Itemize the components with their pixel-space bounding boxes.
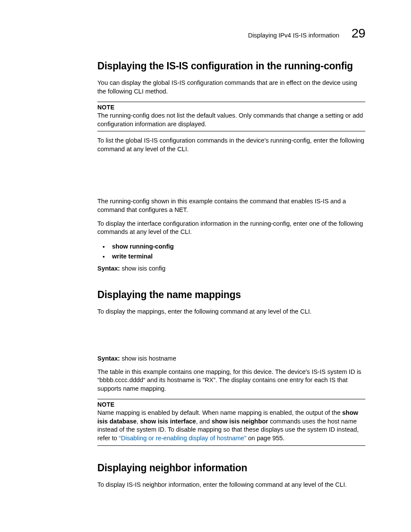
- syntax-line: Syntax: show isis config: [97, 265, 365, 272]
- note-text: ,: [137, 418, 140, 425]
- body-text: To list the global IS-IS configuration c…: [97, 137, 365, 153]
- list-item: show running-config: [97, 242, 365, 252]
- syntax-line: Syntax: show isis hostname: [97, 355, 365, 362]
- body-text: The table in this example contains one m…: [97, 368, 365, 393]
- cross-ref-link[interactable]: “Disabling or re-enabling display of hos…: [119, 435, 246, 442]
- note-text: Name mapping is enabled by default. When…: [97, 409, 342, 416]
- note-text: on page 955.: [246, 435, 285, 442]
- spacer: [97, 451, 365, 462]
- running-title: Displaying IPv4 IS-IS information: [248, 32, 339, 39]
- running-header: Displaying IPv4 IS-IS information 29: [97, 26, 365, 40]
- page-container: Displaying IPv4 IS-IS information 29 Dis…: [0, 0, 411, 532]
- body-text: The running-config shown in this example…: [97, 197, 365, 214]
- body-text: You can display the global IS-IS configu…: [97, 79, 365, 96]
- body-text: To display the interface configuration i…: [97, 220, 365, 236]
- note-heading: NOTE: [97, 401, 365, 408]
- command-text: show running-config: [112, 243, 174, 250]
- body-text: To display IS-IS neighbor information, e…: [97, 481, 365, 489]
- syntax-label: Syntax:: [97, 355, 120, 362]
- rule: [97, 445, 365, 446]
- command-text: write terminal: [112, 253, 153, 260]
- command-text: show isis neighbor: [212, 418, 268, 425]
- section-heading: Displaying neighbor information: [97, 462, 365, 474]
- spacer: [97, 278, 365, 289]
- rule: [97, 102, 365, 102]
- syntax-value: show isis config: [120, 265, 165, 272]
- chapter-number: 29: [352, 26, 365, 40]
- note-text: , and: [196, 418, 212, 425]
- command-text: show isis interface: [140, 418, 196, 425]
- note-body: Name mapping is enabled by default. When…: [97, 409, 365, 442]
- note-heading: NOTE: [97, 104, 365, 111]
- syntax-value: show isis hostname: [120, 355, 176, 362]
- example-placeholder: [97, 159, 365, 197]
- section-heading: Displaying the IS-IS configuration in th…: [97, 60, 365, 72]
- rule: [97, 399, 365, 399]
- list-item: write terminal: [97, 252, 365, 261]
- syntax-label: Syntax:: [97, 265, 120, 272]
- body-text: To display the mappings, enter the follo…: [97, 308, 365, 316]
- example-placeholder: [97, 321, 365, 353]
- section-heading: Displaying the name mappings: [97, 289, 365, 301]
- note-block: NOTE The running-config does not list th…: [97, 102, 365, 131]
- bullet-list: show running-config write terminal: [97, 242, 365, 261]
- rule: [97, 131, 365, 131]
- note-block: NOTE Name mapping is enabled by default.…: [97, 399, 365, 445]
- note-body: The running-config does not list the def…: [97, 112, 365, 128]
